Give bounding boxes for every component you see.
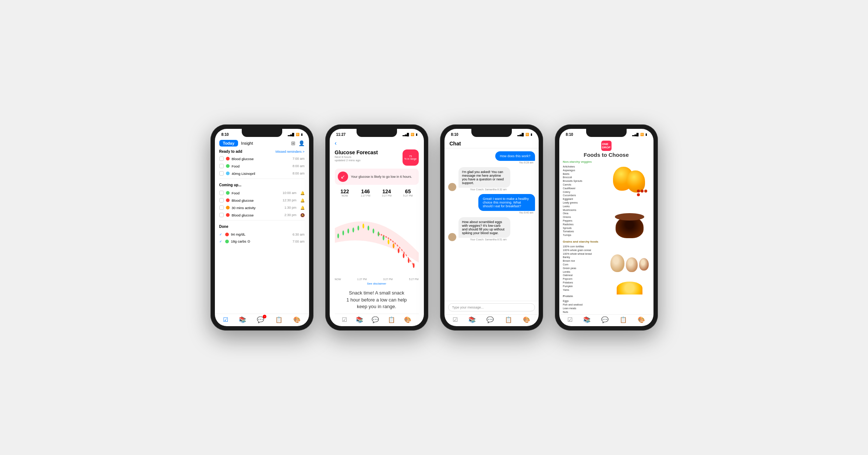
forecast-title: Glucose Forecast [335, 149, 378, 155]
item-label: 40mg Lisinopril [232, 172, 290, 176]
alert-icon: ↙ [338, 172, 348, 182]
berries [637, 190, 648, 196]
nav-log-icon[interactable]: 📋 [275, 316, 283, 323]
svg-point-10 [387, 239, 389, 244]
scene: 8:10 ▂▄█ 🛜 ▮ Today Insight ⊞ 👤 Re [196, 110, 673, 345]
nav-today-icon[interactable]: ☑ [223, 316, 228, 323]
eggs-image [610, 254, 649, 272]
chat-header: Chat [444, 138, 539, 148]
nav-log-icon-4[interactable]: 📋 [620, 316, 627, 323]
reading-label: 3:27 PM [382, 194, 392, 197]
item-label: Blood glucose [232, 198, 280, 202]
tab-insight[interactable]: Insight [241, 141, 253, 145]
nav-today-icon-3[interactable]: ☑ [453, 316, 458, 323]
list-item[interactable]: 30 mins activity 1:30 pm 🔔 [215, 204, 309, 211]
nav-log-icon-2[interactable]: 📋 [388, 316, 395, 323]
message-input-area: Type your message... [444, 301, 539, 314]
svg-point-13 [403, 253, 404, 258]
coach-avatar [448, 183, 456, 191]
nav-library-icon-3[interactable]: 📚 [468, 316, 476, 323]
phone-3: 8:10 ▂▄█ 🛜 ▮ Chat How does this work? Yo… [440, 124, 543, 331]
notch-2 [357, 129, 397, 137]
battery-icon-3: ▮ [531, 133, 532, 136]
item-time: 6:30 am [293, 233, 305, 236]
message-bubble: I'm glad you asked! You can message me h… [458, 167, 510, 188]
bottom-nav-2: ☑ 📚 💬 📋 🎨 [335, 314, 419, 326]
chat-title: Chat [450, 141, 461, 147]
list-item[interactable]: Blood glucose 2:30 pm 🔕 [215, 211, 309, 219]
nav-chat-icon-3[interactable]: 💬 [486, 316, 494, 323]
egg-large [610, 254, 624, 272]
nav-today-icon-4[interactable]: ☑ [567, 316, 573, 323]
checkbox[interactable] [219, 164, 224, 168]
chart-labels: NOW 1:27 PM 3:27 PM 5:27 PM [335, 277, 419, 281]
nav-library-icon-4[interactable]: 📚 [583, 316, 591, 323]
p1-header: Today Insight ⊞ 👤 [215, 138, 309, 149]
nav-chat-icon-2[interactable]: 💬 [372, 316, 379, 323]
message-bubble: Great! I want to make a healthy choice t… [478, 194, 535, 211]
bell-icon: 🔔 [300, 206, 305, 210]
checkbox[interactable] [219, 191, 224, 195]
reading-value: 65 [403, 188, 413, 194]
wifi-icon-1: 🛜 [296, 133, 300, 136]
nav-more-icon-2[interactable]: 🎨 [404, 316, 411, 323]
missed-reminders-link[interactable]: Missed reminders > [276, 150, 305, 154]
svg-point-3 [352, 228, 354, 232]
disclaimer-link[interactable]: See disclaimer [335, 281, 419, 286]
signal-icon-2: ▂▄█ [403, 133, 409, 136]
foods-title: Foods to Choose [559, 152, 653, 160]
protein-title: Protein [563, 294, 606, 298]
time-3: 8:10 [451, 133, 458, 137]
item-time: 8:00 am [293, 164, 305, 168]
nav-chat-icon[interactable]: 💬 • [257, 316, 264, 323]
range-badge: 75 % in range [403, 149, 419, 166]
dot-icon [225, 233, 229, 236]
item-label: 94 mg/dL [231, 232, 290, 236]
svg-point-12 [398, 248, 400, 253]
checkbox[interactable] [219, 205, 224, 210]
tab-today[interactable]: Today [219, 140, 238, 147]
grains-title: Grains and starchy foods [563, 240, 606, 243]
nav-library-icon[interactable]: 📚 [239, 316, 246, 323]
wifi-icon-4: 🛜 [640, 133, 644, 136]
range-value: 75 [409, 155, 412, 158]
app-logo: ONEDROP [601, 141, 612, 151]
profile-icon[interactable]: 👤 [298, 140, 305, 146]
message-row: I'm glad you asked! You can message me h… [448, 167, 535, 191]
svg-point-2 [347, 229, 349, 233]
list-item: ✓ 18g carbs ⊙ 7:00 am [215, 238, 309, 245]
reading-label: 1:27 PM [361, 194, 370, 197]
peppers-image [611, 163, 648, 196]
item-time: 8:00 am [293, 172, 305, 175]
glucose-alert: ↙ Your glucose is likely to go low in 6 … [335, 169, 419, 185]
back-button[interactable]: ‹ [335, 138, 419, 149]
coach-avatar [448, 233, 456, 241]
nav-chat-icon-4[interactable]: 💬 [601, 316, 609, 323]
nav-more-icon-4[interactable]: 🎨 [638, 316, 645, 323]
dot-icon [226, 191, 230, 195]
berry [641, 190, 644, 193]
checkmark-icon: ✓ [219, 240, 222, 243]
nav-more-icon-3[interactable]: 🎨 [523, 316, 530, 323]
svg-point-5 [362, 223, 364, 228]
list-item[interactable]: 40mg Lisinopril 8:00 am [215, 170, 309, 177]
screen-1: Today Insight ⊞ 👤 Ready to add Missed re… [215, 138, 309, 326]
list-item[interactable]: Food 10:00 am 🔔 [215, 189, 309, 197]
list-item[interactable]: Blood glucose 7:00 am [215, 155, 309, 162]
nav-more-icon[interactable]: 🎨 [293, 316, 301, 323]
nav-log-icon-3[interactable]: 📋 [505, 316, 512, 323]
message-bubble: How about scrambled eggs with veggies? I… [458, 217, 510, 238]
checkbox[interactable] [219, 198, 224, 202]
item-label: 18g carbs ⊙ [231, 239, 290, 243]
nav-today-icon-2[interactable]: ☑ [342, 316, 347, 323]
berry [644, 190, 647, 193]
dot-icon [226, 172, 230, 175]
list-item[interactable]: Blood glucose 12:30 pm 🔔 [215, 197, 309, 204]
checkbox[interactable] [219, 171, 224, 176]
list-item[interactable]: Food 8:00 am [215, 162, 309, 170]
notification-icon[interactable]: ⊞ [291, 140, 295, 146]
checkbox[interactable] [219, 156, 224, 161]
message-input[interactable]: Type your message... [448, 303, 535, 311]
checkbox[interactable] [219, 213, 224, 217]
nav-library-icon-2[interactable]: 📚 [356, 316, 363, 323]
